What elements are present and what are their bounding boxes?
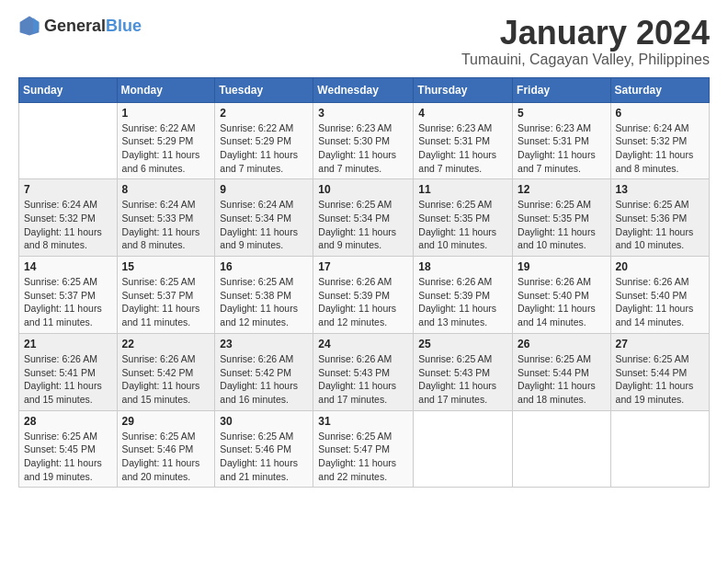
cell-info: Sunrise: 6:25 AM Sunset: 5:46 PM Dayligh… [220, 430, 308, 484]
day-number: 20 [616, 260, 704, 273]
calendar-cell: 16Sunrise: 6:25 AM Sunset: 5:38 PM Dayli… [215, 257, 313, 334]
header: GeneralBlue January 2024 Tumauini, Cagay… [18, 15, 710, 68]
day-number: 7 [24, 183, 112, 196]
cell-info: Sunrise: 6:26 AM Sunset: 5:40 PM Dayligh… [616, 275, 704, 329]
weekday-header-thursday: Thursday [414, 77, 513, 102]
month-title: January 2024 [461, 15, 710, 52]
calendar-cell: 12Sunrise: 6:25 AM Sunset: 5:35 PM Dayli… [513, 179, 611, 257]
calendar-cell: 18Sunrise: 6:26 AM Sunset: 5:39 PM Dayli… [414, 257, 513, 334]
day-number: 3 [318, 107, 408, 120]
cell-info: Sunrise: 6:25 AM Sunset: 5:45 PM Dayligh… [24, 430, 112, 484]
calendar-cell: 14Sunrise: 6:25 AM Sunset: 5:37 PM Dayli… [19, 257, 118, 334]
day-number: 31 [318, 415, 408, 428]
cell-info: Sunrise: 6:25 AM Sunset: 5:44 PM Dayligh… [616, 352, 704, 407]
calendar-week-1: 1Sunrise: 6:22 AM Sunset: 5:29 PM Daylig… [19, 102, 710, 179]
day-number: 1 [122, 107, 210, 120]
day-number: 5 [518, 107, 606, 120]
day-number: 30 [220, 415, 308, 428]
cell-info: Sunrise: 6:25 AM Sunset: 5:46 PM Dayligh… [122, 430, 210, 484]
calendar-cell: 27Sunrise: 6:25 AM Sunset: 5:44 PM Dayli… [610, 333, 709, 410]
cell-info: Sunrise: 6:24 AM Sunset: 5:32 PM Dayligh… [616, 121, 704, 176]
calendar-cell [610, 410, 709, 488]
cell-info: Sunrise: 6:24 AM Sunset: 5:34 PM Dayligh… [220, 198, 308, 252]
cell-info: Sunrise: 6:24 AM Sunset: 5:33 PM Dayligh… [122, 198, 210, 252]
calendar-week-3: 14Sunrise: 6:25 AM Sunset: 5:37 PM Dayli… [19, 257, 710, 334]
calendar-cell [19, 102, 118, 179]
title-area: January 2024 Tumauini, Cagayan Valley, P… [461, 15, 710, 68]
logo-icon [18, 15, 40, 37]
calendar-week-5: 28Sunrise: 6:25 AM Sunset: 5:45 PM Dayli… [19, 410, 710, 488]
cell-info: Sunrise: 6:26 AM Sunset: 5:40 PM Dayligh… [518, 275, 606, 329]
day-number: 12 [518, 183, 606, 196]
weekday-header-saturday: Saturday [610, 77, 709, 102]
calendar-cell: 25Sunrise: 6:25 AM Sunset: 5:43 PM Dayli… [414, 333, 513, 410]
cell-info: Sunrise: 6:26 AM Sunset: 5:41 PM Dayligh… [24, 352, 112, 407]
day-number: 4 [418, 107, 507, 120]
calendar-cell: 23Sunrise: 6:26 AM Sunset: 5:42 PM Dayli… [215, 333, 313, 410]
day-number: 22 [122, 338, 210, 350]
cell-info: Sunrise: 6:25 AM Sunset: 5:37 PM Dayligh… [24, 275, 112, 329]
calendar-cell: 11Sunrise: 6:25 AM Sunset: 5:35 PM Dayli… [414, 179, 513, 257]
cell-info: Sunrise: 6:25 AM Sunset: 5:35 PM Dayligh… [518, 198, 606, 252]
logo-blue: Blue [106, 17, 142, 35]
calendar-cell: 17Sunrise: 6:26 AM Sunset: 5:39 PM Dayli… [313, 257, 414, 334]
day-number: 18 [418, 260, 507, 273]
day-number: 2 [220, 107, 308, 120]
cell-info: Sunrise: 6:22 AM Sunset: 5:29 PM Dayligh… [220, 121, 308, 176]
day-number: 14 [24, 260, 112, 273]
cell-info: Sunrise: 6:26 AM Sunset: 5:39 PM Dayligh… [418, 275, 507, 329]
calendar-week-4: 21Sunrise: 6:26 AM Sunset: 5:41 PM Dayli… [19, 333, 710, 410]
calendar-cell: 3Sunrise: 6:23 AM Sunset: 5:30 PM Daylig… [313, 102, 414, 179]
cell-info: Sunrise: 6:26 AM Sunset: 5:43 PM Dayligh… [318, 352, 408, 407]
day-number: 23 [220, 338, 308, 350]
calendar-cell: 2Sunrise: 6:22 AM Sunset: 5:29 PM Daylig… [215, 102, 313, 179]
calendar-table: SundayMondayTuesdayWednesdayThursdayFrid… [18, 77, 710, 488]
weekday-header-friday: Friday [513, 77, 611, 102]
calendar-cell: 6Sunrise: 6:24 AM Sunset: 5:32 PM Daylig… [610, 102, 709, 179]
day-number: 24 [318, 338, 408, 350]
cell-info: Sunrise: 6:25 AM Sunset: 5:43 PM Dayligh… [418, 352, 507, 407]
calendar-cell: 9Sunrise: 6:24 AM Sunset: 5:34 PM Daylig… [215, 179, 313, 257]
day-number: 9 [220, 183, 308, 196]
day-number: 21 [24, 338, 112, 350]
day-number: 27 [616, 338, 704, 350]
cell-info: Sunrise: 6:26 AM Sunset: 5:42 PM Dayligh… [122, 352, 210, 407]
cell-info: Sunrise: 6:23 AM Sunset: 5:31 PM Dayligh… [418, 121, 507, 176]
calendar-cell [414, 410, 513, 488]
calendar-cell: 22Sunrise: 6:26 AM Sunset: 5:42 PM Dayli… [117, 333, 215, 410]
day-number: 11 [418, 183, 507, 196]
cell-info: Sunrise: 6:26 AM Sunset: 5:42 PM Dayligh… [220, 352, 308, 407]
day-number: 6 [616, 107, 704, 120]
calendar-week-2: 7Sunrise: 6:24 AM Sunset: 5:32 PM Daylig… [19, 179, 710, 257]
calendar-cell: 13Sunrise: 6:25 AM Sunset: 5:36 PM Dayli… [610, 179, 709, 257]
calendar-body: 1Sunrise: 6:22 AM Sunset: 5:29 PM Daylig… [19, 102, 710, 488]
calendar-cell: 26Sunrise: 6:25 AM Sunset: 5:44 PM Dayli… [513, 333, 611, 410]
weekday-header-tuesday: Tuesday [215, 77, 313, 102]
cell-info: Sunrise: 6:24 AM Sunset: 5:32 PM Dayligh… [24, 198, 112, 252]
calendar-cell: 5Sunrise: 6:23 AM Sunset: 5:31 PM Daylig… [513, 102, 611, 179]
cell-info: Sunrise: 6:25 AM Sunset: 5:47 PM Dayligh… [318, 430, 408, 484]
cell-info: Sunrise: 6:25 AM Sunset: 5:37 PM Dayligh… [122, 275, 210, 329]
cell-info: Sunrise: 6:26 AM Sunset: 5:39 PM Dayligh… [318, 275, 408, 329]
logo-text: GeneralBlue [44, 17, 142, 36]
calendar-cell: 10Sunrise: 6:25 AM Sunset: 5:34 PM Dayli… [313, 179, 414, 257]
calendar-cell: 24Sunrise: 6:26 AM Sunset: 5:43 PM Dayli… [313, 333, 414, 410]
weekday-header-sunday: Sunday [19, 77, 118, 102]
day-number: 28 [24, 415, 112, 428]
weekday-header-monday: Monday [117, 77, 215, 102]
calendar-cell: 29Sunrise: 6:25 AM Sunset: 5:46 PM Dayli… [117, 410, 215, 488]
calendar-cell: 8Sunrise: 6:24 AM Sunset: 5:33 PM Daylig… [117, 179, 215, 257]
cell-info: Sunrise: 6:23 AM Sunset: 5:30 PM Dayligh… [318, 121, 408, 176]
location-title: Tumauini, Cagayan Valley, Philippines [461, 52, 710, 68]
logo-general: General [44, 17, 106, 35]
calendar-cell: 1Sunrise: 6:22 AM Sunset: 5:29 PM Daylig… [117, 102, 215, 179]
calendar-cell: 30Sunrise: 6:25 AM Sunset: 5:46 PM Dayli… [215, 410, 313, 488]
cell-info: Sunrise: 6:25 AM Sunset: 5:38 PM Dayligh… [220, 275, 308, 329]
weekday-header-wednesday: Wednesday [313, 77, 414, 102]
calendar-cell: 19Sunrise: 6:26 AM Sunset: 5:40 PM Dayli… [513, 257, 611, 334]
cell-info: Sunrise: 6:25 AM Sunset: 5:44 PM Dayligh… [518, 352, 606, 407]
calendar-cell: 21Sunrise: 6:26 AM Sunset: 5:41 PM Dayli… [19, 333, 118, 410]
day-number: 17 [318, 260, 408, 273]
cell-info: Sunrise: 6:23 AM Sunset: 5:31 PM Dayligh… [518, 121, 606, 176]
day-number: 26 [518, 338, 606, 350]
